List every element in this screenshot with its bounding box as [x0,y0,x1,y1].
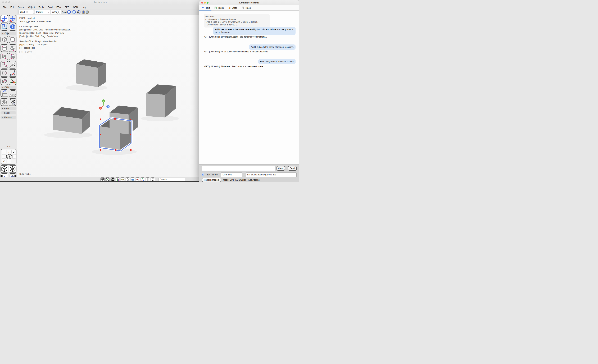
add-cylinder-button[interactable] [0,44,8,52]
projection-dropdown[interactable]: Parallel ▾ [35,10,50,14]
chat-bubble-icon [202,7,205,9]
menu-tools[interactable]: Tools [37,6,46,8]
tab-tasks[interactable]: Tasks [214,7,224,9]
tab-stats[interactable]: Stats [228,7,237,9]
grid-icon [146,178,149,181]
light-spark-icon [9,78,16,84]
svg-text:G: G [122,179,123,180]
display-mode-icons[interactable] [67,10,89,14]
trace-doc-icon [241,7,244,9]
view-up-right-button[interactable]: ↗ [2,159,6,163]
cube-icon [1,36,8,42]
menu-gen[interactable]: GEN [71,6,80,8]
add-bezier-button[interactable] [9,69,17,77]
view-down-left-button[interactable]: ↙ [11,150,16,154]
assistant-message: GPT (LM Studio): to=functions.scene_add_… [204,36,267,38]
menu-scene[interactable]: Scene [16,6,26,8]
view-up-button[interactable]: ↑ [7,159,11,163]
chevron-right-icon: ▶ [2,112,3,114]
panel-tabs: Text Tasks Stats Trace [199,5,299,10]
axis-gizmo: Y X Z [99,99,110,110]
assistant-message: GPT (LM Studio): There are **five** obje… [204,65,264,68]
view-left2-button[interactable]: ← [11,154,16,159]
sh-shader-icon: Sh [111,178,114,181]
scene-cube-right[interactable] [146,84,176,117]
cube-wire-icon [9,166,16,172]
section-script[interactable]: ▶ Script [0,111,17,114]
load-dropdown[interactable]: Load ▾ [18,10,34,14]
tool-move-button[interactable] [9,15,17,23]
view-solid-cube-button[interactable] [0,165,8,173]
window-title: llm_test.ads [0,1,201,3]
hatch-plane-icon [1,53,8,60]
tool-move-select-button[interactable] [0,15,8,23]
menu-file[interactable]: File [1,6,8,8]
cad-mirror-button[interactable] [0,98,8,106]
send-button[interactable]: Send [288,166,297,171]
axis-mini-icon: Y X Z [141,178,144,181]
folder-icon [131,178,134,181]
tool-box-select-button[interactable] [0,23,8,31]
add-hatch-surface-button[interactable] [0,53,8,60]
add-light-button[interactable] [9,77,17,85]
cube-solid-icon [1,166,8,172]
model-dropdown[interactable]: LM Studio:openai/gpt-oss-20b ⌄ [246,173,297,177]
menu-cfd[interactable]: CFD [63,6,71,8]
section-cad[interactable]: ▼ CAD [0,86,17,89]
menu-object[interactable]: Object [26,6,37,8]
refresh-models-button[interactable]: Refresh Models [202,178,221,182]
tube-path-icon [1,78,8,84]
add-plane-button[interactable] [9,44,17,52]
add-lathe-button[interactable] [9,53,17,60]
cad-node-tool-button[interactable] [9,89,17,97]
task-planner-checkbox[interactable] [202,173,204,176]
square-triangle-icon [1,62,8,68]
section-object[interactable]: ▼ Object [0,32,17,35]
view-right-button[interactable]: → [2,154,6,159]
tab-text[interactable]: Text [202,7,210,9]
menu-cam[interactable]: CAM [46,6,55,8]
cad-dimension-button[interactable]: XX [0,89,8,97]
clear-button[interactable]: Clear [276,166,285,171]
add-shapes-button[interactable] [0,61,8,68]
tab-trace[interactable]: Trace [241,7,251,9]
edit-polyline-button[interactable] [9,61,17,68]
search-input[interactable] [158,178,185,181]
move-arrows-icon [1,16,8,22]
selection-status: Cube (Cube) [19,173,31,175]
lathe-icon [9,53,16,60]
cad-polygon-count-button[interactable]: 5 [9,98,17,106]
cylinder-shaded-icon [86,11,88,14]
chevron-right-icon: ▶ [2,108,3,109]
menu-help[interactable]: Help [80,6,88,8]
tool-orbit-button[interactable] [9,23,17,31]
provider-dropdown[interactable]: LM Studio ⌄ [221,173,242,177]
svg-text:5: 5 [10,99,11,102]
xx-dimension-icon: XX [1,90,8,96]
menu-fea[interactable]: FEA [55,6,63,8]
chevron-down-icon: ▼ [2,33,3,34]
panel-title: Language Terminal [199,1,299,4]
chat-area[interactable]: Examples: - List objects in the current … [199,11,299,164]
section-parts[interactable]: ▶ Parts [0,107,17,110]
add-circle-button[interactable] [0,69,8,77]
scene-cube-left[interactable] [53,107,90,134]
prompt-input[interactable] [202,166,275,171]
add-sphere-button[interactable] [9,36,17,43]
section-camera[interactable]: ▶ Camera [0,116,17,119]
scene-cube-top[interactable] [76,59,106,87]
sphere-icon [9,36,16,42]
add-cube-button[interactable] [0,36,8,43]
polyline-cursor-icon [9,62,16,68]
bezier-curve-icon [9,70,16,76]
svg-text:X: X [143,180,144,181]
add-tube-button[interactable] [0,77,8,85]
checker-render-icon [101,178,104,181]
view-down-button[interactable]: ↓ [7,150,11,154]
view-cube-center [7,154,11,159]
chevron-down-icon: ▼ [2,86,3,88]
magnifier-icon[interactable] [57,10,60,14]
menu-edit[interactable]: Edit [8,6,16,8]
view-wire-cube-button[interactable] [9,165,17,173]
view-left-button[interactable]: ← [2,150,6,154]
